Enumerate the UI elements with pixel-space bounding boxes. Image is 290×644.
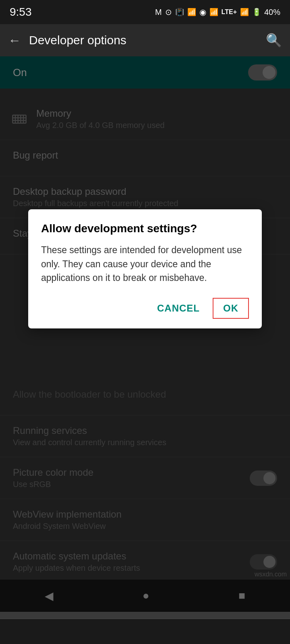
- dialog-title: Allow development settings?: [41, 222, 249, 235]
- wifi-icon: ◉: [199, 7, 206, 17]
- ok-button[interactable]: OK: [213, 298, 249, 319]
- battery-percent: 40%: [264, 8, 280, 17]
- status-icons: M ⊙ 📳 📶 ◉ 📶 LTE+ 📶 🔋 40%: [155, 7, 280, 17]
- status-bar: 9:53 M ⊙ 📳 📶 ◉ 📶 LTE+ 📶 🔋 40%: [0, 0, 290, 24]
- dialog-actions: CANCEL OK: [41, 298, 249, 319]
- app-bar: ← Developer options 🔍: [0, 24, 290, 56]
- dialog-overlay: Allow development settings? These settin…: [0, 56, 290, 612]
- dialog: Allow development settings? These settin…: [28, 209, 262, 328]
- lte-icon: LTE+: [222, 8, 237, 16]
- camera-icon: ⊙: [165, 7, 172, 17]
- back-button[interactable]: ←: [8, 33, 21, 48]
- phone-icon: 📶: [187, 8, 196, 17]
- vibrate-icon: 📳: [175, 8, 184, 17]
- page-title: Developer options: [29, 33, 258, 47]
- search-button[interactable]: 🔍: [266, 33, 282, 48]
- battery-icon: 🔋: [252, 8, 261, 17]
- signal2-icon: 📶: [240, 8, 249, 17]
- signal-icon: 📶: [209, 8, 218, 17]
- dialog-message: These settings are intended for developm…: [41, 243, 249, 285]
- cancel-button[interactable]: CANCEL: [151, 298, 206, 319]
- main-content: On Memory Avg 2.0 GB of 4.0 GB memory us…: [0, 56, 290, 612]
- status-time: 9:53: [10, 6, 32, 19]
- gmail-icon: M: [155, 8, 162, 17]
